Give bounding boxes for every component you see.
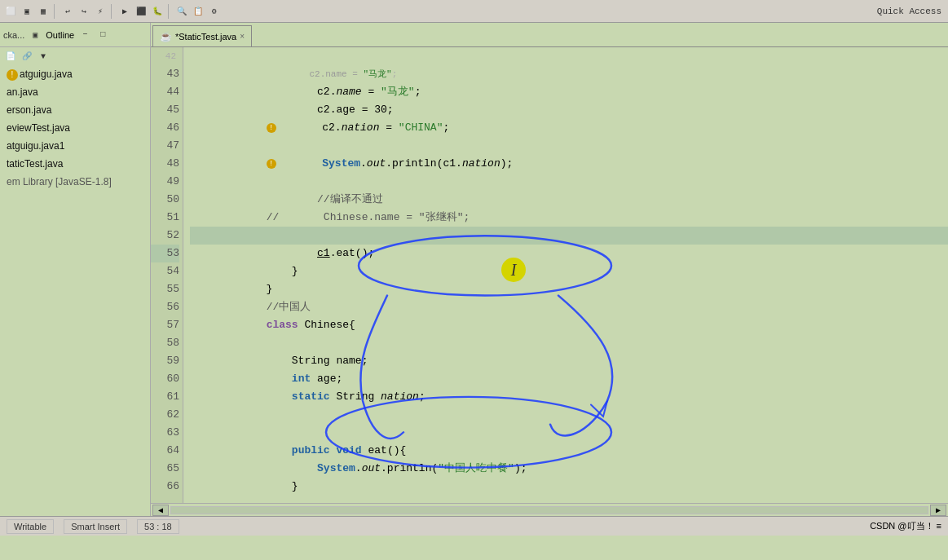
sidebar-file-list: !atguigu.java an.java erson.java eviewTe… (0, 65, 150, 516)
toolbar-icon-7[interactable]: ▶ (117, 4, 132, 19)
toolbar-icons: ⬜ ▣ ▦ ↩ ↪ ⚡ ▶ ⬛ 🐛 🔍 📋 ⚙ (3, 4, 877, 19)
code-line-62 (190, 406, 948, 424)
code-line-61 (190, 388, 948, 406)
code-line-46 (190, 119, 948, 137)
quick-access-label: Quick Access (877, 7, 941, 16)
tab-close-button[interactable]: × (240, 32, 245, 41)
ln-58: 58 (151, 334, 179, 352)
status-writable: Writable (7, 519, 54, 534)
file-item-3[interactable]: eviewTest.java (0, 119, 150, 137)
toolbar-icon-1[interactable]: ⬜ (3, 4, 18, 19)
ln-45: 45 (151, 101, 179, 119)
code-line-51 (190, 209, 948, 227)
toolbar-icon-5[interactable]: ↪ (77, 4, 91, 19)
file-item-1[interactable]: an.java (0, 83, 150, 101)
scroll-track[interactable] (170, 506, 928, 514)
editor-area: ☕ *StaticTest.java × 42 43 44 45 46 47 4… (151, 23, 948, 516)
status-smart-insert: Smart Insert (64, 519, 127, 534)
ln-55: 55 (151, 280, 179, 298)
ln-57: 57 (151, 316, 179, 334)
ln-64: 64 (151, 442, 179, 460)
toolbar-icon-11[interactable]: 📋 (191, 4, 205, 19)
toolbar-icon-9[interactable]: 🐛 (150, 4, 165, 19)
ln-63: 63 (151, 424, 179, 442)
file-item-0[interactable]: !atguigu.java (0, 65, 150, 83)
code-line-47: ! System.out.println(c1.nation); (190, 137, 948, 155)
cursor-icon: I (511, 261, 517, 280)
editor-tab-bar: ☕ *StaticTest.java × (151, 23, 948, 47)
toolbar-icon-12[interactable]: ⚙ (207, 4, 222, 19)
outline-tab[interactable]: Outline (46, 30, 74, 40)
code-line-54: } (190, 262, 948, 280)
sidebar-maximize[interactable]: □ (95, 28, 110, 42)
line-numbers: 42 43 44 45 46 47 48 49 50 51 52 53 54 5… (151, 47, 183, 503)
csdn-label: CSDN @叮当！ ≡ (870, 520, 941, 532)
sidebar-header: cka... ▣ Outline − □ (0, 23, 150, 47)
toolbar-icon-10[interactable]: 🔍 (174, 4, 189, 19)
code-editor[interactable]: 42 43 44 45 46 47 48 49 50 51 52 53 54 5… (151, 47, 948, 503)
sidebar: cka... ▣ Outline − □ 📄 🔗 ▼ !atguigu.java… (0, 23, 151, 516)
file-item-library[interactable]: em Library [JavaSE-1.8] (0, 173, 150, 191)
status-position: 53 : 18 (137, 519, 179, 534)
toolbar-icon-3[interactable]: ▦ (36, 4, 51, 19)
sidebar-minimize[interactable]: − (77, 28, 92, 42)
ln-48: 48 (151, 155, 179, 173)
ln-skip: 42 (151, 47, 179, 65)
sidebar-tool-1[interactable]: 📄 (3, 49, 18, 64)
toolbar-sep-2 (111, 4, 114, 19)
code-line-52: c1.eat(); (190, 227, 948, 245)
scroll-left[interactable]: ◀ (152, 505, 169, 516)
ln-43: 43 (151, 65, 179, 83)
ln-66: 66 (151, 478, 179, 496)
code-content: 42 43 44 45 46 47 48 49 50 51 52 53 54 5… (151, 47, 948, 503)
ln-44: 44 (151, 83, 179, 101)
ln-47: 47 (151, 137, 179, 155)
file-item-4[interactable]: atguigu.java1 (0, 137, 150, 155)
main-toolbar: ⬜ ▣ ▦ ↩ ↪ ⚡ ▶ ⬛ 🐛 🔍 📋 ⚙ Quick Access (0, 0, 948, 23)
warning-icon: ! (7, 69, 18, 81)
ln-62: 62 (151, 406, 179, 424)
code-line-60: static String nation; (190, 370, 948, 388)
toolbar-icon-8[interactable]: ⬛ (134, 4, 148, 19)
ln-49: 49 (151, 173, 179, 191)
sidebar-tool-2[interactable]: 🔗 (20, 49, 34, 64)
code-line-42: c2.name = "马龙"; (190, 47, 948, 65)
ln-56: 56 (151, 298, 179, 316)
code-line-50: // Chinese.name = "张继科"; (190, 191, 948, 209)
ln-54: 54 (151, 262, 179, 280)
ln-52: 52 (151, 227, 179, 245)
toolbar-icon-4[interactable]: ↩ (60, 4, 75, 19)
status-right: CSDN @叮当！ ≡ (870, 520, 941, 532)
scroll-right[interactable]: ▶ (930, 505, 946, 516)
code-line-45: ! c2.nation = "CHINA"; (190, 101, 948, 119)
ln-65: 65 (151, 460, 179, 478)
code-line-44: c2.age = 30; (190, 83, 948, 101)
code-line-56: class Chinese{ (190, 298, 948, 316)
sidebar-icon-1[interactable]: ▣ (28, 28, 42, 42)
tab-label: *StaticTest.java (175, 32, 236, 42)
code-line-63: public void eat(){ (190, 424, 948, 442)
code-line-65: } (190, 460, 948, 478)
ln-59: 59 (151, 352, 179, 370)
ln-50: 50 (151, 191, 179, 209)
editor-tab-statictest[interactable]: ☕ *StaticTest.java × (152, 25, 252, 46)
code-line-58: String name; (190, 334, 948, 352)
sidebar-tool-3[interactable]: ▼ (36, 49, 51, 64)
horizontal-scrollbar[interactable]: ◀ ▶ (151, 503, 948, 516)
ln-51: 51 (151, 209, 179, 227)
toolbar-sep-1 (54, 4, 57, 19)
sidebar-title: cka... (3, 30, 24, 40)
file-item-2[interactable]: erson.java (0, 101, 150, 119)
tab-java-icon: ☕ (160, 31, 172, 42)
toolbar-icon-2[interactable]: ▣ (20, 4, 34, 19)
ln-61: 61 (151, 388, 179, 406)
file-item-5[interactable]: taticTest.java (0, 155, 150, 173)
toolbar-icon-6[interactable]: ⚡ (93, 4, 108, 19)
code-line-49: //编译不通过 (190, 173, 948, 191)
sidebar-tools: 📄 🔗 ▼ (0, 47, 150, 65)
main-layout: cka... ▣ Outline − □ 📄 🔗 ▼ !atguigu.java… (0, 23, 948, 516)
code-line-57 (190, 316, 948, 334)
code-line-64: System.out.println("中国人吃中餐"); (190, 442, 948, 460)
cursor-ball: I (501, 258, 526, 282)
ln-53: 53 (151, 245, 179, 262)
